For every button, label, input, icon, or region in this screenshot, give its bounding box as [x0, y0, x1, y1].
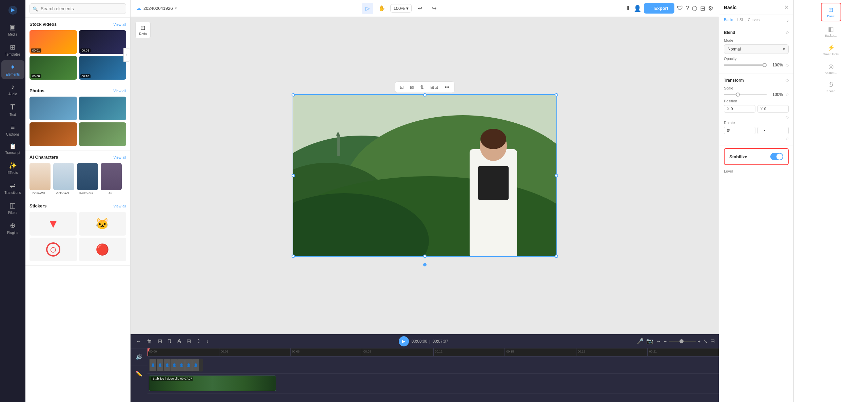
playhead[interactable]	[147, 348, 148, 356]
props-tab-basic[interactable]: Basic	[724, 18, 733, 23]
photo-1[interactable]	[29, 97, 77, 120]
sidebar-item-plugins[interactable]: ⊕ Plugins	[1, 219, 24, 237]
export-button[interactable]: ↑ Export	[644, 3, 674, 14]
caption-icon[interactable]: ↔	[656, 338, 661, 344]
stabilize-toggle[interactable]	[770, 153, 783, 160]
stock-video-2[interactable]: 00:03	[79, 30, 126, 54]
stock-videos-arrow[interactable]: ›	[123, 48, 130, 62]
rotate-keyframe-icon[interactable]: ◇	[724, 136, 789, 141]
layout-icon[interactable]: ⊟	[710, 338, 715, 344]
share-icon[interactable]: ⬡	[692, 5, 697, 12]
stock-videos-view-all[interactable]: View all	[113, 22, 126, 26]
position-y-field[interactable]: Y 0	[757, 105, 789, 113]
sidebar-item-filters[interactable]: ◫ Filters	[1, 199, 24, 217]
properties-expand-icon[interactable]: ›	[787, 18, 789, 23]
timeline-play-button[interactable]: ▶	[399, 336, 409, 346]
handle-top-left[interactable]	[292, 93, 295, 97]
blend-mode-select[interactable]: Normal ▾	[724, 44, 789, 54]
blend-keyframe-icon[interactable]: ◇	[786, 30, 789, 35]
right-tab-speed[interactable]: ⏱ Speed	[821, 79, 841, 96]
photo-3[interactable]	[29, 122, 77, 146]
handle-top-mid[interactable]	[423, 93, 427, 97]
sidebar-item-elements[interactable]: ✦ Elements	[1, 60, 24, 79]
sidebar-item-text[interactable]: T Text	[1, 100, 24, 119]
sticker-1[interactable]: ▼	[29, 212, 77, 236]
ai-char-4[interactable]: Ju...	[101, 163, 122, 195]
handle-rotate[interactable]	[423, 263, 427, 266]
scale-slider[interactable]	[724, 94, 767, 95]
ai-char-3[interactable]: Pedro-Sta...	[77, 163, 98, 195]
zoom-out-button[interactable]: −	[664, 339, 667, 344]
ai-chars-arrow[interactable]: ›	[126, 163, 126, 177]
hand-tool-button[interactable]: ✋	[376, 3, 388, 14]
handle-top-right[interactable]	[555, 93, 558, 97]
ai-char-2[interactable]: Victoria-S...	[53, 163, 74, 195]
timeline-tool-5[interactable]: A̶	[176, 337, 182, 346]
help-icon[interactable]: ?	[686, 5, 689, 12]
scale-keyframe-icon[interactable]: ◇	[786, 92, 789, 97]
zoom-slider[interactable]	[669, 341, 696, 342]
timeline-tool-3[interactable]: ⊞	[156, 337, 163, 346]
sidebar-item-templates[interactable]: ⊞ Templates	[1, 40, 24, 59]
right-tab-animate[interactable]: ◎ Animat...	[821, 60, 841, 77]
stock-video-3[interactable]: 00:08	[29, 56, 77, 80]
properties-close-button[interactable]: ✕	[784, 4, 789, 11]
position-keyframe-icon[interactable]: ◇	[724, 115, 789, 119]
ai-characters-view-all[interactable]: View all	[113, 155, 126, 159]
props-tab-hsl[interactable]: HSL	[737, 18, 744, 23]
sidebar-item-captions[interactable]: ≡ Captions	[1, 121, 24, 139]
handle-mid-left[interactable]	[292, 174, 295, 177]
position-x-field[interactable]: X 0	[724, 105, 755, 113]
sticker-4[interactable]: 🔴	[79, 238, 126, 261]
right-tab-background[interactable]: ◧ Backgr...	[821, 23, 841, 40]
handle-bottom-mid[interactable]	[423, 255, 427, 258]
canvas-tool-split[interactable]: ⊞⊡	[428, 83, 440, 91]
shield-icon[interactable]: 🛡	[677, 5, 683, 12]
sidebar-item-transcript[interactable]: 📋 Transcript	[1, 140, 24, 157]
timeline-tool-7[interactable]: ⇕	[195, 337, 202, 346]
mic-icon[interactable]: 🎤	[637, 338, 644, 344]
settings-icon[interactable]: ⚙	[708, 5, 713, 12]
split-icon[interactable]: ⊟	[700, 5, 705, 12]
stickers-view-all[interactable]: View all	[113, 204, 126, 208]
sidebar-item-media[interactable]: ▣ Media	[1, 20, 24, 39]
transform-keyframe-icon[interactable]: ◇	[786, 78, 789, 83]
sticker-3[interactable]: ○	[29, 238, 77, 261]
audio-track-icon[interactable]: 🔊	[131, 348, 147, 365]
photo-4[interactable]	[79, 122, 126, 146]
sticker-2[interactable]: 🐱	[79, 212, 126, 236]
canvas-tool-more[interactable]: •••	[442, 83, 452, 91]
timeline-tool-6[interactable]: ⊟	[185, 337, 192, 346]
user-icon[interactable]: 👤	[634, 5, 641, 12]
fullscreen-icon[interactable]: ⤡	[703, 338, 708, 344]
zoom-in-button[interactable]: +	[698, 339, 701, 344]
camera-icon[interactable]: 📷	[646, 338, 653, 344]
redo-button[interactable]: ↪	[429, 3, 440, 14]
canvas-tool-crop[interactable]: ⊡	[398, 83, 406, 91]
pause-icon[interactable]: ⏸	[625, 5, 631, 12]
sidebar-item-audio[interactable]: ♪ Audio	[1, 80, 24, 99]
ai-char-1[interactable]: Dom-Wal...	[29, 163, 51, 195]
edit-track-icon[interactable]: ✏️	[131, 365, 147, 382]
props-tab-curves[interactable]: Curves	[748, 18, 760, 23]
opacity-keyframe-icon[interactable]: ◇	[786, 63, 789, 67]
right-tab-basic[interactable]: ⊞ Basic	[821, 3, 841, 21]
sticker-clip[interactable]: 👤 👤 👤 👤 👤 👤 👤	[149, 359, 203, 371]
canvas-tool-flip[interactable]: ⇅	[418, 83, 426, 91]
stock-video-4[interactable]: 00:18	[79, 56, 126, 80]
sidebar-item-effects[interactable]: ✨ Effects	[1, 159, 24, 177]
timeline-tool-1[interactable]: ↔	[135, 337, 143, 346]
handle-bottom-left[interactable]	[292, 255, 295, 258]
canvas-tool-fit[interactable]: ⊠	[408, 83, 416, 91]
photos-view-all[interactable]: View all	[113, 89, 126, 93]
project-name-area[interactable]: ☁ 202402041926 ▾	[136, 5, 177, 12]
select-tool-button[interactable]: ▷	[362, 3, 373, 14]
opacity-slider[interactable]	[724, 64, 767, 66]
ratio-button[interactable]: ⊡ Ratio	[135, 22, 151, 38]
rotate-value-field[interactable]: 0°	[724, 127, 755, 134]
timeline-tool-8[interactable]: ↓	[205, 337, 210, 346]
right-tab-smart[interactable]: ⚡ Smart tools	[821, 41, 841, 59]
sidebar-item-transitions[interactable]: ⇌ Transitions	[1, 179, 24, 197]
video-clip[interactable]: Stabilize | video clip 00:07:07	[149, 376, 276, 391]
photo-2[interactable]	[79, 97, 126, 120]
